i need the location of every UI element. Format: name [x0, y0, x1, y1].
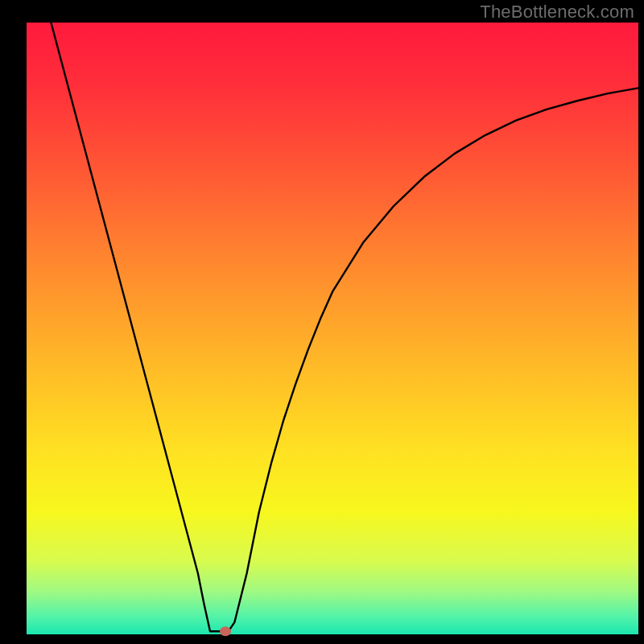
chart-gradient-bg — [27, 23, 638, 634]
bottleneck-chart: TheBottleneck.com — [0, 0, 644, 644]
watermark-text: TheBottleneck.com — [480, 2, 634, 23]
optimum-marker — [220, 626, 231, 636]
chart-canvas — [0, 0, 644, 644]
